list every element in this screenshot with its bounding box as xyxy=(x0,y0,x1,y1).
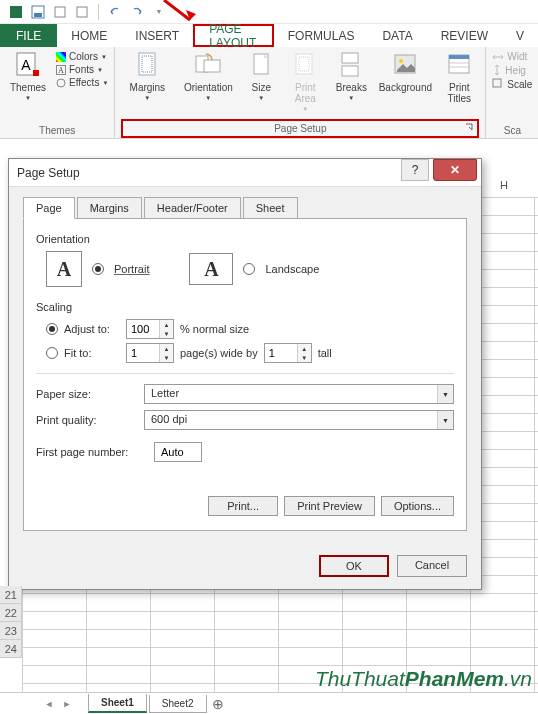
fit-tall-suffix: tall xyxy=(318,347,332,359)
save-icon[interactable] xyxy=(28,3,48,21)
svg-rect-0 xyxy=(10,6,22,18)
spin-up-icon[interactable]: ▲ xyxy=(298,344,311,353)
dtab-page[interactable]: Page xyxy=(23,197,75,219)
chevron-down-icon[interactable]: ▼ xyxy=(437,411,453,429)
print-preview-button[interactable]: Print Preview xyxy=(284,496,375,516)
dialog-titlebar[interactable]: Page Setup ? ✕ xyxy=(9,159,481,187)
tab-data[interactable]: DATA xyxy=(368,24,426,47)
row-header[interactable]: 21 xyxy=(0,586,22,604)
sheet-nav-next-icon[interactable]: ► xyxy=(58,699,76,709)
spin-down-icon[interactable]: ▼ xyxy=(160,329,173,338)
row-header[interactable]: 24 xyxy=(0,640,22,658)
svg-rect-16 xyxy=(342,53,358,63)
orientation-button[interactable]: Orientation▼ xyxy=(179,50,237,102)
tab-home[interactable]: HOME xyxy=(57,24,121,47)
scale-row[interactable]: Scale xyxy=(492,77,532,91)
qat-icon-2[interactable] xyxy=(72,3,92,21)
fit-label[interactable]: Fit to: xyxy=(64,347,120,359)
fit-tall-input[interactable] xyxy=(265,344,297,362)
dtab-header-footer[interactable]: Header/Footer xyxy=(144,197,241,219)
ok-button[interactable]: OK xyxy=(319,555,389,577)
effects-button[interactable]: Effects▼ xyxy=(56,76,108,89)
paper-size-value: Letter xyxy=(145,385,437,403)
landscape-label[interactable]: Landscape xyxy=(265,263,319,275)
svg-text:A: A xyxy=(21,57,31,73)
svg-rect-17 xyxy=(342,66,358,76)
dtab-sheet[interactable]: Sheet xyxy=(243,197,298,219)
svg-rect-12 xyxy=(204,60,220,72)
sheet-tab-2[interactable]: Sheet2 xyxy=(149,695,207,713)
excel-icon[interactable] xyxy=(6,3,26,21)
print-titles-button[interactable]: Print Titles xyxy=(439,50,479,104)
ribbon-group-themes: A Themes ▼ Colors▼ AFonts▼ Effects▼ Them… xyxy=(0,47,115,138)
chevron-down-icon[interactable]: ▼ xyxy=(437,385,453,403)
spin-down-icon[interactable]: ▼ xyxy=(160,353,173,362)
row-header[interactable]: 22 xyxy=(0,604,22,622)
portrait-label[interactable]: Portrait xyxy=(114,263,149,275)
column-header-h[interactable]: H xyxy=(473,179,535,197)
tab-view-partial[interactable]: V xyxy=(502,24,538,47)
themes-button[interactable]: A Themes ▼ xyxy=(6,50,50,102)
spin-up-icon[interactable]: ▲ xyxy=(160,320,173,329)
orientation-icon xyxy=(192,50,224,80)
dtab-margins[interactable]: Margins xyxy=(77,197,142,219)
spin-up-icon[interactable]: ▲ xyxy=(160,344,173,353)
dialog-close-button[interactable]: ✕ xyxy=(433,159,477,181)
dialog-tabs: Page Margins Header/Footer Sheet xyxy=(23,197,467,219)
print-area-button[interactable]: Print Area▼ xyxy=(285,50,325,113)
adjust-input[interactable] xyxy=(127,320,159,338)
adjust-spinbox[interactable]: ▲▼ xyxy=(126,319,174,339)
fit-wide-suffix: page(s) wide by xyxy=(180,347,258,359)
margins-button[interactable]: Margins▼ xyxy=(121,50,173,102)
fonts-button[interactable]: AFonts▼ xyxy=(56,63,108,76)
dialog-launcher-icon[interactable] xyxy=(465,123,475,133)
redo-icon[interactable] xyxy=(127,3,147,21)
row-header[interactable]: 23 xyxy=(0,622,22,640)
sheet-nav-prev-icon[interactable]: ◄ xyxy=(40,699,58,709)
background-button[interactable]: Background xyxy=(377,50,433,93)
new-sheet-icon[interactable]: ⊕ xyxy=(209,696,227,712)
width-row[interactable]: Widt xyxy=(492,50,532,63)
paper-size-label: Paper size: xyxy=(36,388,136,400)
print-quality-combo[interactable]: 600 dpi▼ xyxy=(144,410,454,430)
fit-tall-spinbox[interactable]: ▲▼ xyxy=(264,343,312,363)
landscape-radio[interactable] xyxy=(243,263,255,275)
qat-icon-1[interactable] xyxy=(50,3,70,21)
breaks-icon xyxy=(337,50,365,80)
orientation-label: Orientation xyxy=(36,233,454,245)
height-row[interactable]: Heig xyxy=(492,63,532,77)
adjust-radio[interactable] xyxy=(46,323,58,335)
annotation-arrow xyxy=(162,0,202,28)
size-button[interactable]: Size▼ xyxy=(243,50,279,102)
page-setup-group-label: Page Setup xyxy=(121,119,479,138)
fit-wide-input[interactable] xyxy=(127,344,159,362)
tab-page-layout[interactable]: PAGE LAYOUT xyxy=(193,24,274,47)
svg-rect-21 xyxy=(449,55,469,59)
tab-file[interactable]: FILE xyxy=(0,24,57,47)
ribbon-tabs: FILE HOME INSERT PAGE LAYOUT FORMULAS DA… xyxy=(0,24,538,47)
colors-icon xyxy=(56,52,66,62)
size-icon xyxy=(249,50,273,80)
dialog-help-button[interactable]: ? xyxy=(401,159,429,181)
fit-wide-spinbox[interactable]: ▲▼ xyxy=(126,343,174,363)
sheet-tab-1[interactable]: Sheet1 xyxy=(88,694,147,713)
portrait-icon: A xyxy=(46,251,82,287)
spin-down-icon[interactable]: ▼ xyxy=(298,353,311,362)
print-titles-icon xyxy=(445,50,473,80)
breaks-button[interactable]: Breaks▼ xyxy=(331,50,371,102)
cancel-button[interactable]: Cancel xyxy=(397,555,467,577)
svg-rect-3 xyxy=(55,7,65,17)
ribbon-group-page-setup: Margins▼ Orientation▼ Size▼ Print Area▼ … xyxy=(115,47,486,138)
dialog-panel: Orientation A Portrait A Landscape Scali… xyxy=(23,219,467,531)
adjust-label[interactable]: Adjust to: xyxy=(64,323,120,335)
portrait-radio[interactable] xyxy=(92,263,104,275)
tab-review[interactable]: REVIEW xyxy=(427,24,502,47)
options-button[interactable]: Options... xyxy=(381,496,454,516)
print-button[interactable]: Print... xyxy=(208,496,278,516)
colors-button[interactable]: Colors▼ xyxy=(56,50,108,63)
tab-formulas[interactable]: FORMULAS xyxy=(274,24,369,47)
first-page-input[interactable] xyxy=(154,442,202,462)
fit-radio[interactable] xyxy=(46,347,58,359)
paper-size-combo[interactable]: Letter▼ xyxy=(144,384,454,404)
undo-icon[interactable] xyxy=(105,3,125,21)
